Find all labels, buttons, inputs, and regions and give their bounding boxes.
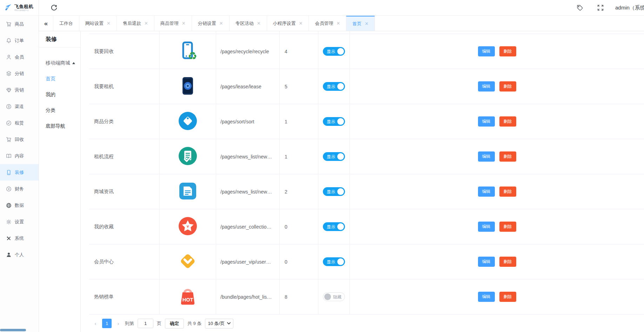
edit-button[interactable]: 编辑: [478, 46, 495, 56]
sidebar-item-2[interactable]: 订单: [0, 32, 39, 49]
tab-6[interactable]: 专区活动✕: [229, 16, 267, 31]
sidebar-item-10[interactable]: 装修: [0, 164, 39, 181]
edit-button[interactable]: 编辑: [478, 116, 495, 127]
nav-table: 我要回收♻/pages/recycle/recycle4显示编辑删除我要租机/p…: [81, 31, 644, 332]
confirm-button[interactable]: 确定: [165, 319, 184, 328]
panel-group-label: 移动端商城: [46, 60, 70, 66]
phone-icon: [6, 170, 12, 175]
sidebar-item-13[interactable]: 设置: [0, 214, 39, 230]
user-menu[interactable]: admin（系统: [615, 5, 644, 11]
edit-button[interactable]: 编辑: [478, 292, 495, 302]
page-number-button[interactable]: 1: [102, 319, 112, 328]
visibility-toggle[interactable]: 显示: [323, 222, 345, 231]
tab-3[interactable]: 售后退款✕: [117, 16, 154, 31]
sidebar-item-label: 回收: [15, 136, 24, 143]
close-tab-icon[interactable]: ✕: [144, 21, 148, 26]
table-row: 热销榜单HOT/bundle/pages/hot_lis…8隐藏编辑删除: [89, 279, 644, 314]
close-tab-icon[interactable]: ✕: [219, 21, 223, 26]
edit-button[interactable]: 编辑: [478, 222, 495, 232]
panel-item-2[interactable]: 我的: [39, 87, 80, 102]
goto-page-input[interactable]: [138, 319, 153, 328]
panel-item-3[interactable]: 分类: [39, 102, 80, 118]
visibility-toggle[interactable]: 显示: [323, 152, 345, 161]
visibility-toggle[interactable]: 显示: [323, 47, 345, 56]
sidebar-item-3[interactable]: 会员: [0, 49, 39, 65]
visibility-toggle[interactable]: 显示: [323, 257, 345, 266]
delete-button[interactable]: 删除: [499, 187, 516, 197]
sidebar-nav: 商品订单会员分销营销$渠道租赁回收内容装修¥财务数据设置系统个人: [0, 16, 39, 263]
sidebar-item-8[interactable]: 回收: [0, 131, 39, 148]
panel-item-1[interactable]: 首页: [39, 71, 80, 87]
sidebar-item-9[interactable]: 内容: [0, 148, 39, 164]
toggle-knob: [337, 118, 344, 125]
visibility-toggle[interactable]: 显示: [323, 82, 345, 91]
delete-button[interactable]: 删除: [499, 151, 516, 162]
tab-4[interactable]: 商品管理✕: [154, 16, 192, 31]
panel-item-label: 我的: [46, 92, 55, 98]
tab-label: 小程序设置: [273, 20, 296, 27]
close-tab-icon[interactable]: ✕: [182, 21, 186, 26]
tab-1[interactable]: 工作台: [53, 16, 79, 31]
close-tab-icon[interactable]: ✕: [299, 21, 303, 26]
nav-icon-cell: [160, 244, 216, 279]
tab-5[interactable]: 分销设置✕: [192, 16, 229, 31]
tab-8[interactable]: 会员管理✕: [308, 16, 346, 31]
delete-button[interactable]: 删除: [499, 116, 516, 127]
nav-sort-cell: 1: [280, 139, 318, 174]
edit-button[interactable]: 编辑: [478, 81, 495, 92]
svg-text:HOT: HOT: [182, 297, 193, 303]
sidebar-item-11[interactable]: ¥财务: [0, 181, 39, 197]
close-tab-icon[interactable]: ✕: [365, 21, 369, 26]
visibility-toggle[interactable]: 显示: [323, 187, 345, 196]
page-size-select[interactable]: 10 条/页: [205, 319, 233, 328]
nav-switch-cell: 显示: [318, 34, 350, 69]
nav-name-cell: 热销榜单: [89, 279, 160, 314]
globe-icon: [6, 203, 12, 208]
next-page-icon[interactable]: ›: [115, 320, 121, 326]
close-tab-icon[interactable]: ✕: [107, 21, 111, 26]
sidebar-item-4[interactable]: 分销: [0, 65, 39, 82]
sidebar-item-15[interactable]: 个人: [0, 246, 39, 263]
bell-icon: [6, 38, 12, 43]
delete-button[interactable]: 删除: [499, 292, 516, 302]
nav-switch-cell: 显示: [318, 104, 350, 139]
horizontal-scrollbar-thumb[interactable]: [0, 329, 26, 331]
delete-button[interactable]: 删除: [499, 257, 516, 267]
sidebar-item-12[interactable]: 数据: [0, 197, 39, 214]
tab-2[interactable]: 网站设置✕: [79, 16, 117, 31]
panel-group-mobile-mall[interactable]: 移动端商城: [39, 55, 80, 71]
delete-button[interactable]: 删除: [499, 81, 516, 92]
visibility-toggle[interactable]: 隐藏: [323, 292, 345, 301]
tab-9[interactable]: 首页✕: [346, 16, 375, 31]
fullscreen-icon[interactable]: [597, 5, 604, 11]
nav-sort-cell: 4: [280, 34, 318, 69]
collapse-tabs-icon[interactable]: «: [39, 16, 53, 31]
panel-item-4[interactable]: 底部导航: [39, 118, 80, 134]
table-row: 我要租机/pages/lease/lease5显示编辑删除: [89, 69, 644, 104]
tag-icon[interactable]: [577, 5, 583, 11]
delete-button[interactable]: 删除: [499, 46, 516, 56]
nav-actions-cell: 编辑删除: [350, 244, 644, 279]
delete-button[interactable]: 删除: [499, 222, 516, 232]
sidebar-item-14[interactable]: 系统: [0, 230, 39, 246]
sidebar-item-1[interactable]: 商品: [0, 16, 39, 32]
nav-name-cell: 我的收藏: [89, 209, 160, 244]
nav-switch-cell: 显示: [318, 69, 350, 104]
sidebar-item-label: 分销: [15, 70, 24, 77]
visibility-toggle[interactable]: 显示: [323, 117, 345, 126]
close-tab-icon[interactable]: ✕: [336, 21, 340, 26]
sidebar-item-6[interactable]: $渠道: [0, 98, 39, 115]
svg-text:♻: ♻: [188, 50, 197, 61]
sidebar-item-7[interactable]: 租赁: [0, 115, 39, 131]
edit-button[interactable]: 编辑: [478, 257, 495, 267]
sidebar-item-label: 装修: [15, 169, 24, 176]
edit-button[interactable]: 编辑: [478, 187, 495, 197]
caret-up-icon: [72, 62, 75, 64]
tab-7[interactable]: 小程序设置✕: [267, 16, 309, 31]
sidebar-item-5[interactable]: 营销: [0, 82, 39, 98]
decorate-panel: 装修 移动端商城 首页我的分类底部导航: [39, 31, 81, 332]
refresh-icon[interactable]: [51, 4, 58, 11]
close-tab-icon[interactable]: ✕: [257, 21, 261, 26]
prev-page-icon[interactable]: ‹: [92, 320, 99, 326]
edit-button[interactable]: 编辑: [478, 151, 495, 162]
